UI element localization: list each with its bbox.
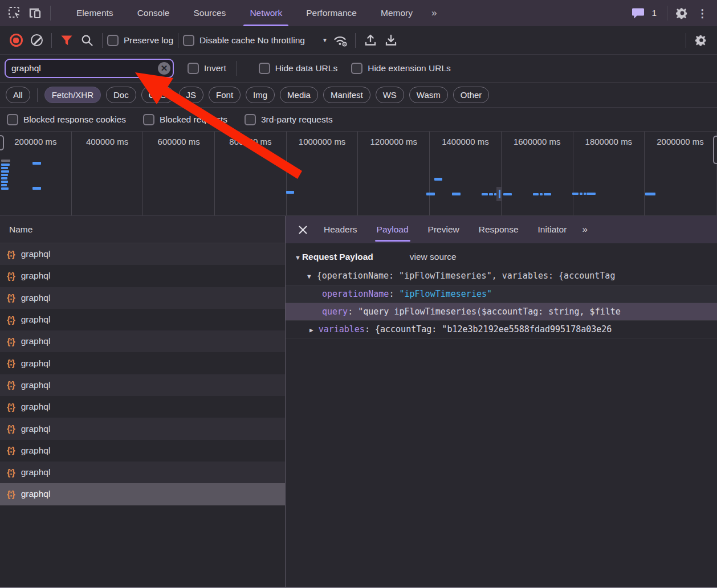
timeline-bar [533,193,539,195]
filter-input-wrap: ✕ [5,59,174,78]
search-icon[interactable] [77,30,97,51]
overview-left-grip[interactable] [0,135,4,150]
filter-chip-ws[interactable]: WS [376,87,404,103]
more-tabs-icon[interactable]: » [425,7,445,19]
kebab-menu-icon[interactable]: ⋮ [692,7,712,20]
payload-header: ▼Request Payload view source [286,243,717,267]
name-column-header[interactable]: Name [0,216,285,243]
payload-row-operationName[interactable]: operationName: "ipFlowTimeseries" [286,285,717,303]
record-network-log-icon[interactable] [6,30,26,51]
checkbox[interactable] [143,114,154,125]
payload-row-query[interactable]: query: "query ipFlowTimeseries($accountT… [286,303,717,320]
request-row[interactable]: {∶}graphql [0,330,285,352]
checkbox[interactable] [351,63,362,74]
timeline-bar [503,193,512,195]
details-tab-response[interactable]: Response [469,216,528,243]
tab-elements[interactable]: Elements [64,0,125,26]
payload-panel: ▼Request Payload view source ▼{operation… [286,243,717,588]
preserve-log-label: Preserve log [124,35,173,46]
request-row[interactable]: {∶}graphql [0,440,285,462]
divider [102,33,103,48]
network-conditions-icon[interactable] [330,30,351,51]
request-row[interactable]: {∶}graphql [0,396,285,418]
triangle-down-icon[interactable]: ▼ [295,254,301,261]
blocked-response-cookies-checkbox[interactable]: Blocked response cookies [7,114,126,125]
device-toolbar-icon[interactable] [25,3,46,23]
checkbox[interactable] [107,35,119,46]
overview-right-grip[interactable] [713,136,717,164]
filter-chip-css[interactable]: CSS [141,87,174,103]
filter-chip-wasm[interactable]: Wasm [409,87,448,103]
checkbox[interactable] [245,114,256,125]
more-details-tabs-icon[interactable]: » [576,224,594,235]
messages-icon[interactable] [628,3,648,23]
timeline-bar [1,184,7,186]
timeline-bar [586,193,596,195]
checkbox[interactable] [7,114,18,125]
tab-memory[interactable]: Memory [369,0,425,26]
request-row[interactable]: {∶}graphql [0,243,285,265]
request-row[interactable]: {∶}graphql [0,287,285,309]
checkbox[interactable] [188,63,199,74]
blocked-requests-checkbox[interactable]: Blocked requests [143,114,227,125]
main-split: Name {∶}graphql{∶}graphql{∶}graphql{∶}gr… [0,216,717,588]
filter-chip-fetch-xhr[interactable]: Fetch/XHR [44,87,101,103]
filter-chip-other[interactable]: Other [453,87,490,103]
filter-chip-font[interactable]: Font [209,87,241,103]
request-row[interactable]: {∶}graphql [0,462,285,483]
request-row[interactable]: {∶}graphql [0,483,285,505]
hide-data-urls-checkbox[interactable]: Hide data URLs [259,63,337,74]
timeline-bar [572,193,579,195]
request-row[interactable]: {∶}graphql [0,265,285,287]
view-source-link[interactable]: view source [410,252,457,262]
3rd-party-requests-checkbox[interactable]: 3rd-party requests [245,114,333,125]
inspect-element-icon[interactable] [5,3,25,23]
details-tab-headers[interactable]: Headers [314,216,367,243]
request-row[interactable]: {∶}graphql [0,374,285,396]
request-row[interactable]: {∶}graphql [0,309,285,330]
throttling-select[interactable]: No throttling ▼ [255,35,329,46]
filter-funnel-icon[interactable] [56,30,77,51]
filter-chip-all[interactable]: All [6,87,30,103]
tab-network[interactable]: Network [238,0,294,26]
checkbox[interactable] [183,35,194,46]
filter-chip-js[interactable]: JS [179,87,204,103]
payload-root-row[interactable]: ▼{operationName: "ipFlowTimeseries", var… [286,267,717,285]
triangle-right-icon[interactable]: ▶ [309,321,313,338]
close-icon[interactable] [291,216,314,243]
filter-input[interactable] [5,59,174,78]
request-name: graphql [21,489,51,499]
details-tab-initiator[interactable]: Initiator [528,216,577,243]
request-name: graphql [21,249,51,259]
tab-performance[interactable]: Performance [294,0,369,26]
divider [51,33,52,48]
clear-filter-icon[interactable]: ✕ [158,62,170,75]
filter-chip-img[interactable]: Img [246,87,275,103]
details-tab-preview[interactable]: Preview [418,216,469,243]
triangle-down-icon[interactable]: ▼ [307,268,311,285]
details-tab-payload[interactable]: Payload [367,216,418,243]
hide-extension-urls-checkbox[interactable]: Hide extension URLs [351,63,451,74]
preserve-log-checkbox[interactable]: Preserve log [107,35,173,46]
json-braces-icon: {∶} [7,379,15,390]
request-row[interactable]: {∶}graphql [0,352,285,374]
export-har-icon[interactable] [381,30,401,51]
request-name: graphql [21,380,51,390]
settings-gear-icon[interactable] [672,3,692,23]
filter-chip-doc[interactable]: Doc [106,87,136,103]
timeline-bar [1,181,8,183]
request-row[interactable]: {∶}graphql [0,418,285,439]
type-chips-row: AllFetch/XHRDocCSSJSFontImgMediaManifest… [0,83,717,108]
checkbox[interactable] [259,63,270,74]
blocked-response-cookies-label: Blocked response cookies [23,115,126,125]
clear-network-log-icon[interactable] [26,30,47,51]
network-settings-gear-icon[interactable] [691,30,711,51]
invert-checkbox[interactable]: Invert [188,63,226,74]
filter-chip-media[interactable]: Media [280,87,318,103]
payload-row-variables[interactable]: ▶variables: {accountTag: "b12e3b2192ee55… [286,320,717,338]
tab-sources[interactable]: Sources [182,0,238,26]
disable-cache-checkbox[interactable]: Disable cache [183,35,255,46]
filter-chip-manifest[interactable]: Manifest [323,87,370,103]
import-har-icon[interactable] [360,30,381,51]
tab-console[interactable]: Console [125,0,182,26]
